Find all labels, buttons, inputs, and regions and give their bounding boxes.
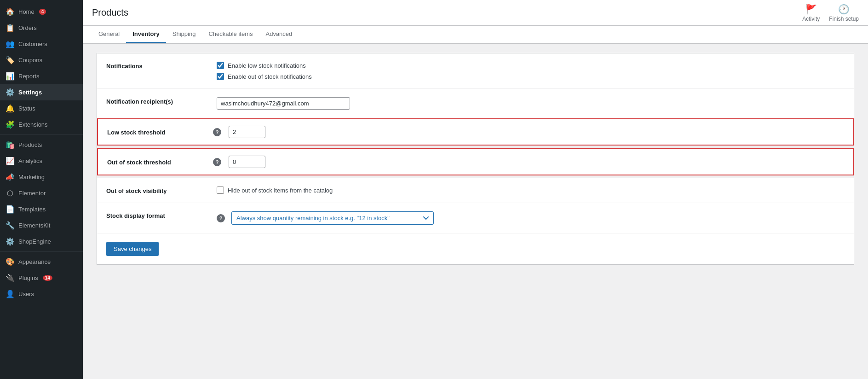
low-stock-input[interactable] (229, 126, 265, 138)
tab-checkable[interactable]: Checkable items (202, 26, 259, 43)
recipient-input[interactable] (217, 97, 350, 110)
sidebar-item-plugins-label: Plugins (18, 274, 38, 281)
sidebar-item-templates-label: Templates (18, 206, 46, 213)
activity-label: Activity (802, 16, 820, 22)
visibility-row: Out of stock visibility Hide out of stoc… (97, 178, 854, 203)
sidebar-item-appearance[interactable]: 🎨 Appearance (0, 254, 83, 270)
out-of-stock-notification-checkbox[interactable] (217, 73, 224, 80)
page-title: Products (92, 7, 128, 18)
sidebar-item-elementskit-label: ElementsKit (18, 222, 50, 229)
extensions-icon: 🧩 (6, 120, 15, 129)
sidebar-item-marketing-label: Marketing (18, 174, 45, 181)
display-format-select[interactable]: Always show quantity remaining in stock … (231, 211, 434, 225)
sidebar-item-customers[interactable]: 👥 Customers (0, 36, 83, 52)
sidebar-item-orders-label: Orders (18, 24, 37, 31)
settings-content: Notifications Enable low stock notificat… (83, 44, 868, 379)
out-of-stock-input[interactable] (229, 156, 265, 168)
activity-button[interactable]: 🚩 Activity (802, 4, 820, 22)
sidebar-item-status[interactable]: 🔔 Status (0, 100, 83, 117)
tab-general[interactable]: General (92, 26, 126, 43)
display-format-label: Stock display format (106, 211, 207, 219)
visibility-checkbox-row[interactable]: Hide out of stock items from the catalog (217, 187, 845, 194)
sidebar-item-reports-label: Reports (18, 73, 40, 80)
low-stock-notification-checkbox[interactable] (217, 62, 224, 69)
sidebar-item-status-label: Status (18, 105, 35, 112)
sidebar-item-elementor[interactable]: ⬡ Elementor (0, 185, 83, 201)
sidebar-item-elementskit[interactable]: 🔧 ElementsKit (0, 217, 83, 233)
status-icon: 🔔 (6, 104, 15, 113)
display-format-field: ? Always show quantity remaining in stoc… (217, 211, 845, 225)
visibility-checkbox-label: Hide out of stock items from the catalog (228, 187, 333, 194)
sidebar-item-settings-label: Settings (18, 89, 42, 96)
sidebar-bottom-section: 🎨 Appearance 🔌 Plugins 14 👤 Users (0, 254, 83, 302)
visibility-field: Hide out of stock items from the catalog (217, 187, 845, 194)
users-icon: 👤 (6, 290, 15, 298)
sidebar-item-home[interactable]: 🏠 Home 4 (0, 4, 83, 20)
sidebar-item-templates[interactable]: 📄 Templates (0, 201, 83, 217)
sidebar-item-extensions[interactable]: 🧩 Extensions (0, 117, 83, 133)
sidebar-item-customers-label: Customers (18, 41, 47, 47)
sidebar-item-elementor-label: Elementor (18, 190, 46, 197)
sidebar-divider-2 (0, 251, 83, 252)
sidebar-item-products-label: Products (18, 141, 42, 148)
display-format-help-icon[interactable]: ? (217, 214, 225, 222)
sub-navigation: General Inventory Shipping Checkable ite… (83, 26, 868, 44)
recipient-row: Notification recipient(s) (97, 89, 854, 118)
products-icon: 🛍️ (6, 140, 15, 149)
sidebar-item-reports[interactable]: 📊 Reports (0, 68, 83, 84)
finish-setup-label: Finish setup (829, 16, 859, 22)
templates-icon: 📄 (6, 205, 15, 214)
home-badge: 4 (39, 9, 46, 15)
out-of-stock-notification-row[interactable]: Enable out of stock notifications (217, 73, 845, 80)
low-stock-notification-label: Enable low stock notifications (228, 62, 306, 69)
marketing-icon: 📣 (6, 173, 15, 181)
low-stock-notification-row[interactable]: Enable low stock notifications (217, 62, 845, 69)
notifications-field: Enable low stock notifications Enable ou… (217, 62, 845, 80)
main-content: Products 🚩 Activity 🕐 Finish setup Gener… (83, 0, 868, 379)
save-row: Save changes (97, 233, 854, 264)
coupons-icon: 🏷️ (6, 56, 15, 64)
recipient-label: Notification recipient(s) (106, 97, 207, 105)
out-of-stock-notification-label: Enable out of stock notifications (228, 73, 312, 80)
plugins-badge: 14 (43, 275, 52, 281)
home-icon: 🏠 (6, 7, 15, 16)
sidebar-item-analytics[interactable]: 📈 Analytics (0, 153, 83, 169)
recipient-field (217, 97, 845, 110)
tab-inventory[interactable]: Inventory (126, 26, 166, 43)
sidebar-item-analytics-label: Analytics (18, 157, 42, 164)
display-format-row: Stock display format ? Always show quant… (97, 203, 854, 233)
sidebar-item-users[interactable]: 👤 Users (0, 286, 83, 302)
sidebar-item-plugins[interactable]: 🔌 Plugins 14 (0, 270, 83, 286)
finish-setup-button[interactable]: 🕐 Finish setup (829, 4, 859, 22)
customers-icon: 👥 (6, 40, 15, 48)
out-of-stock-label: Out of stock threshold (107, 158, 208, 166)
sidebar-item-extensions-label: Extensions (18, 121, 48, 128)
low-stock-help-icon[interactable]: ? (213, 128, 221, 136)
sidebar-item-settings[interactable]: ⚙️ Settings (0, 84, 83, 100)
sidebar-divider-1 (0, 134, 83, 135)
out-of-stock-threshold-row: Out of stock threshold ? (97, 148, 854, 175)
sidebar-item-orders[interactable]: 📋 Orders (0, 20, 83, 36)
tab-shipping[interactable]: Shipping (166, 26, 202, 43)
finish-setup-icon: 🕐 (838, 4, 850, 15)
sidebar-item-products[interactable]: 🛍️ Products (0, 137, 83, 153)
sidebar-item-coupons[interactable]: 🏷️ Coupons (0, 52, 83, 68)
out-of-stock-help-icon[interactable]: ? (213, 158, 221, 166)
visibility-label: Out of stock visibility (106, 187, 207, 194)
sidebar-item-shopengine[interactable]: ⚙️ ShopEngine (0, 233, 83, 250)
low-stock-threshold-row: Low stock threshold ? (97, 118, 854, 146)
visibility-checkbox[interactable] (217, 187, 224, 194)
notifications-row: Notifications Enable low stock notificat… (97, 53, 854, 89)
shopengine-icon: ⚙️ (6, 237, 15, 246)
appearance-icon: 🎨 (6, 257, 15, 266)
save-button[interactable]: Save changes (106, 242, 159, 256)
low-stock-label: Low stock threshold (107, 128, 208, 136)
sidebar-item-marketing[interactable]: 📣 Marketing (0, 169, 83, 185)
plugins-icon: 🔌 (6, 274, 15, 282)
elementor-icon: ⬡ (6, 189, 15, 198)
sidebar-item-users-label: Users (18, 291, 34, 297)
sidebar-item-appearance-label: Appearance (18, 258, 51, 265)
orders-icon: 📋 (6, 23, 15, 32)
tab-advanced[interactable]: Advanced (259, 26, 299, 43)
sidebar-plugin-section: 🛍️ Products 📈 Analytics 📣 Marketing ⬡ El… (0, 137, 83, 250)
